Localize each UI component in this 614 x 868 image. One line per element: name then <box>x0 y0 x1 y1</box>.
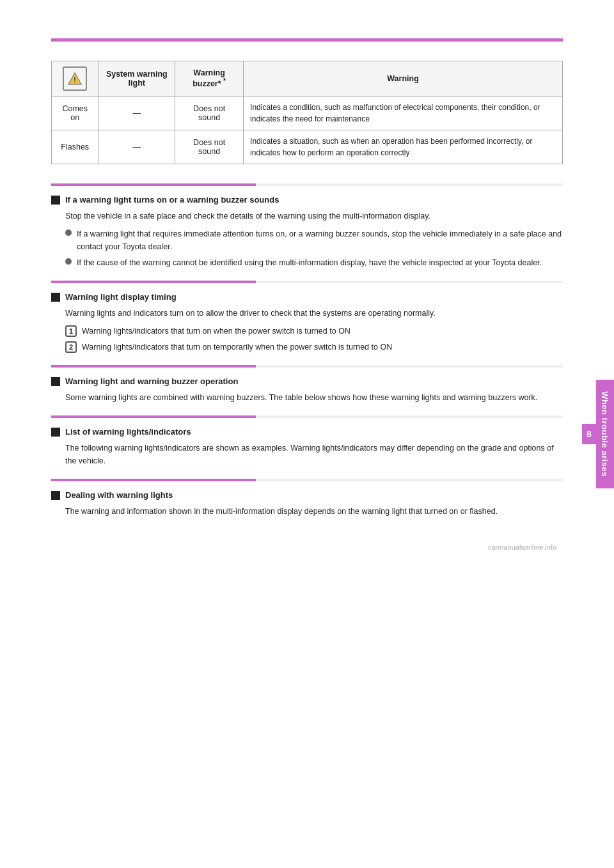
section-divider-1 <box>51 183 563 186</box>
bullet-item-1: If a warning light that requires immedia… <box>65 228 563 253</box>
section-dealing-warnings: Dealing with warning lights The warning … <box>51 490 563 518</box>
numbered-item-2: 2 Warning lights/indicators that turn on… <box>65 341 563 353</box>
section-title-1: If a warning light turns on or a warning… <box>65 195 279 205</box>
table-cell-warning-2: Indicates a situation, such as when an o… <box>244 130 563 164</box>
section-title-3: Warning light and warning buzzer operati… <box>65 376 238 386</box>
sidebar-chapter-label: When trouble arises <box>596 380 614 488</box>
section-square-icon-2 <box>51 293 60 302</box>
chapter-number: 8 <box>582 424 596 444</box>
table-header-icon: ! <box>52 61 98 97</box>
section-display-timing: Warning light display timing Warning lig… <box>51 292 563 353</box>
section-list-warnings: List of warning lights/indicators The fo… <box>51 427 563 467</box>
table-cell-buzzer-2: Does not sound <box>175 130 244 164</box>
section-header-2: Warning light display timing <box>51 292 563 302</box>
bullet-circle-icon <box>65 229 72 236</box>
table-row: Comes on — Does not sound Indicates a co… <box>52 97 563 130</box>
section-para-3: Some warning lights are combined with wa… <box>65 391 563 404</box>
section-header-5: Dealing with warning lights <box>51 490 563 500</box>
section-title-5: Dealing with warning lights <box>65 490 173 500</box>
bullet-text-1: If a warning light that requires immedia… <box>77 228 563 253</box>
table-header-system-warning: System warning light <box>98 61 175 97</box>
section-divider-5 <box>51 479 563 481</box>
bullet-item-2: If the cause of the warning cannot be id… <box>65 256 563 269</box>
section-header-3: Warning light and warning buzzer operati… <box>51 376 563 386</box>
section-warning-light: If a warning light turns on or a warning… <box>51 195 563 269</box>
section-square-icon-4 <box>51 428 60 437</box>
section-divider-3 <box>51 365 563 368</box>
section-para-1: Stop the vehicle in a safe place and che… <box>65 210 563 222</box>
bottom-watermark: carmanualsonline.info <box>51 543 563 551</box>
section-buzzer-operation: Warning light and warning buzzer operati… <box>51 376 563 404</box>
bullet-circle-icon-2 <box>65 258 72 265</box>
section-square-icon-5 <box>51 491 60 500</box>
section-title-2: Warning light display timing <box>65 292 177 302</box>
section-title-4: List of warning lights/indicators <box>65 427 191 437</box>
table-cell-dash-2: — <box>98 130 175 164</box>
table-cell-warning-1: Indicates a condition, such as malfuncti… <box>244 97 563 130</box>
table-cell-buzzer-1: Does not sound <box>175 97 244 130</box>
top-divider <box>51 38 563 42</box>
watermark-text: carmanualsonline.info <box>488 543 556 551</box>
section-body-5: The warning and information shown in the… <box>65 505 563 518</box>
section-square-icon-3 <box>51 377 60 386</box>
section-divider-4 <box>51 415 563 418</box>
numbered-text-1: Warning lights/indicators that turn on w… <box>82 325 350 337</box>
section-para-4: The following warning lights/indicators … <box>65 442 563 467</box>
badge-1: 1 <box>65 325 77 337</box>
main-content: ! System warning light Warning buzzer* *… <box>38 0 576 577</box>
svg-text:!: ! <box>74 77 76 84</box>
section-square-icon <box>51 196 60 205</box>
table-cell-dash-1: — <box>98 97 175 130</box>
numbered-text-2: Warning lights/indicators that turn on t… <box>82 341 392 353</box>
bullet-text-2: If the cause of the warning cannot be id… <box>77 256 542 269</box>
table-header-warning-buzzer: Warning buzzer* * <box>175 61 244 97</box>
table-header-warning: Warning <box>244 61 563 97</box>
table-cell-comes-on: Comes on <box>52 97 98 130</box>
section-header-1: If a warning light turns on or a warning… <box>51 195 563 205</box>
section-divider-2 <box>51 281 563 283</box>
section-body-2: Warning lights and indicators turn on to… <box>65 307 563 353</box>
sidebar-label: When trouble arises <box>600 391 610 477</box>
badge-2: 2 <box>65 341 77 353</box>
section-body-1: Stop the vehicle in a safe place and che… <box>65 210 563 269</box>
section-para-2: Warning lights and indicators turn on to… <box>65 307 563 320</box>
section-para-5: The warning and information shown in the… <box>65 505 563 518</box>
warning-table: ! System warning light Warning buzzer* *… <box>51 61 563 164</box>
warning-triangle-icon: ! <box>67 71 83 86</box>
section-body-3: Some warning lights are combined with wa… <box>65 391 563 404</box>
section-header-4: List of warning lights/indicators <box>51 427 563 437</box>
section-body-4: The following warning lights/indicators … <box>65 442 563 467</box>
table-row: Flashes — Does not sound Indicates a sit… <box>52 130 563 164</box>
table-cell-flashes: Flashes <box>52 130 98 164</box>
numbered-item-1: 1 Warning lights/indicators that turn on… <box>65 325 563 337</box>
